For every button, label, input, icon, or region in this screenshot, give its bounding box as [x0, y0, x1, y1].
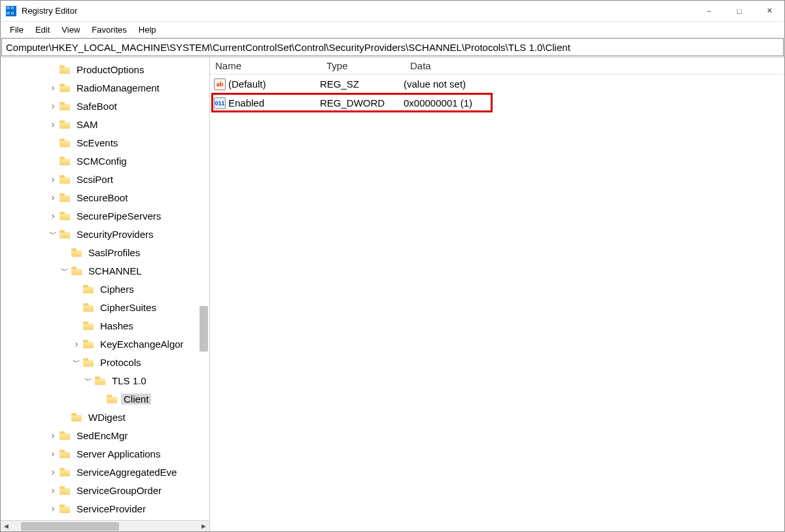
minimize-button[interactable]: − — [694, 1, 724, 22]
expand-icon[interactable]: › — [48, 175, 58, 184]
tree-item[interactable]: ﹀Protocols — [1, 353, 209, 371]
twisty-none: › — [60, 249, 70, 256]
folder-icon — [60, 431, 70, 440]
folder-icon — [60, 175, 70, 184]
tree-item[interactable]: ›SafeBoot — [1, 97, 209, 115]
tree-item-label: SaslProfiles — [86, 247, 143, 258]
tree-item-label: TLS 1.0 — [109, 375, 149, 386]
tree-item[interactable]: ›KeyExchangeAlgor — [1, 335, 209, 353]
tree-item[interactable]: ›RadioManagement — [1, 78, 209, 97]
folder-icon — [60, 486, 70, 495]
tree-item[interactable]: ›SaslProfiles — [1, 243, 209, 261]
collapse-icon[interactable]: ﹀ — [83, 376, 94, 384]
maximize-button[interactable]: □ — [724, 1, 754, 22]
folder-icon — [83, 303, 94, 312]
expand-icon[interactable]: › — [48, 193, 58, 202]
tree-item-label: ScsiPort — [74, 174, 116, 185]
values-header: Name Type Data — [210, 58, 784, 75]
tree-item-label: CipherSuites — [97, 302, 159, 313]
tree-item-label: Protocols — [97, 357, 144, 368]
twisty-none: › — [60, 414, 70, 421]
expand-icon[interactable]: › — [48, 486, 58, 495]
tree-item[interactable]: ›ServiceGroupOrder — [1, 481, 209, 499]
tree-item-label: Client — [121, 393, 151, 405]
value-row[interactable]: 011EnabledREG_DWORD0x00000001 (1) — [210, 93, 784, 112]
tree-item[interactable]: ›ServiceProvider — [1, 499, 209, 518]
expand-icon[interactable]: › — [48, 83, 58, 92]
menu-help[interactable]: Help — [133, 24, 162, 36]
tree-item[interactable]: ›Ciphers — [1, 280, 209, 298]
tree-item[interactable]: ›ScEvents — [1, 133, 209, 152]
tree-item[interactable]: ›Server Applications — [1, 444, 209, 463]
expand-icon[interactable]: › — [48, 431, 58, 440]
tree-vscroll-thumb[interactable] — [200, 306, 208, 352]
tree-item[interactable]: ›SCMConfig — [1, 152, 209, 170]
tree-item[interactable]: ›SecurePipeServers — [1, 207, 209, 225]
tree-item-label: ProductOptions — [74, 64, 147, 75]
tree-scroll[interactable]: ›ProductOptions›RadioManagement›SafeBoot… — [1, 58, 209, 520]
menu-view[interactable]: View — [56, 24, 85, 36]
address-bar[interactable]: Computer\HKEY_LOCAL_MACHINE\SYSTEM\Curre… — [1, 38, 784, 56]
col-header-data[interactable]: Data — [405, 60, 784, 71]
value-name: (Default) — [228, 78, 320, 90]
folder-icon — [60, 212, 70, 220]
col-header-type[interactable]: Type — [321, 60, 405, 71]
folder-icon — [60, 193, 70, 202]
twisty-none: › — [48, 139, 58, 146]
close-button[interactable]: ✕ — [754, 1, 784, 22]
expand-icon[interactable]: › — [71, 339, 82, 348]
expand-icon[interactable]: › — [48, 449, 58, 458]
hscroll-track[interactable] — [12, 521, 198, 532]
folder-icon — [71, 267, 82, 275]
address-text: Computer\HKEY_LOCAL_MACHINE\SYSTEM\Curre… — [6, 42, 570, 53]
tree-item[interactable]: ›Client — [1, 390, 209, 408]
twisty-none: › — [95, 395, 105, 403]
values-body: ab(Default)REG_SZ(value not set)011Enabl… — [210, 75, 784, 531]
expand-icon[interactable]: › — [48, 467, 58, 476]
folder-icon — [107, 395, 117, 403]
col-header-name[interactable]: Name — [210, 60, 321, 71]
menu-edit[interactable]: Edit — [30, 24, 55, 36]
main-split: ›ProductOptions›RadioManagement›SafeBoot… — [1, 57, 784, 531]
folder-icon — [60, 102, 70, 110]
tree-item[interactable]: ›ProductOptions — [1, 60, 209, 78]
tree-item[interactable]: ﹀SCHANNEL — [1, 261, 209, 280]
folder-icon — [83, 340, 94, 348]
folder-icon — [83, 285, 94, 293]
expand-icon[interactable]: › — [48, 101, 58, 110]
hscroll-right-arrow[interactable]: ▶ — [198, 521, 209, 532]
folder-icon — [60, 139, 70, 147]
menu-favorites[interactable]: Favorites — [86, 24, 131, 36]
folder-icon — [60, 65, 70, 74]
tree-item[interactable]: ›Hashes — [1, 316, 209, 335]
expand-icon[interactable]: › — [48, 504, 58, 513]
hscroll-thumb[interactable] — [21, 522, 119, 531]
collapse-icon[interactable]: ﹀ — [60, 267, 70, 274]
folder-icon — [71, 248, 82, 257]
tree-pane: ›ProductOptions›RadioManagement›SafeBoot… — [1, 58, 210, 531]
tree-item[interactable]: ›ServiceAggregatedEve — [1, 463, 209, 481]
tree-item[interactable]: ›SedEncMgr — [1, 426, 209, 444]
collapse-icon[interactable]: ﹀ — [48, 230, 58, 238]
tree-item-label: SCHANNEL — [86, 265, 145, 276]
expand-icon[interactable]: › — [48, 120, 58, 129]
folder-icon — [71, 413, 82, 422]
tree-item[interactable]: ﹀SecurityProviders — [1, 225, 209, 243]
collapse-icon[interactable]: ﹀ — [71, 358, 82, 366]
tree-item[interactable]: ›ScsiPort — [1, 170, 209, 188]
tree-item[interactable]: ›SecureBoot — [1, 188, 209, 207]
tree-item-label: SedEncMgr — [74, 430, 130, 441]
tree-item[interactable]: ›CipherSuites — [1, 298, 209, 316]
folder-icon — [60, 468, 70, 476]
tree-item[interactable]: ›SAM — [1, 115, 209, 133]
menu-file[interactable]: File — [5, 24, 29, 36]
value-data: 0x00000001 (1) — [404, 97, 784, 108]
hscroll-left-arrow[interactable]: ◀ — [1, 521, 12, 532]
tree-item[interactable]: ﹀TLS 1.0 — [1, 371, 209, 390]
tree-item-label: SAM — [74, 119, 101, 130]
tree-hscroll[interactable]: ◀ ▶ — [1, 520, 209, 531]
tree-item[interactable]: ›WDigest — [1, 408, 209, 426]
tree-item-label: RadioManagement — [74, 82, 162, 93]
expand-icon[interactable]: › — [48, 211, 58, 220]
value-row[interactable]: ab(Default)REG_SZ(value not set) — [210, 75, 784, 93]
